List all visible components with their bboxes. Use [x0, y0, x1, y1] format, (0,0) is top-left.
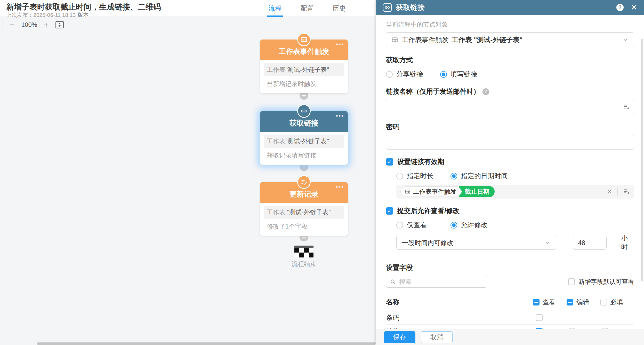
node-object-sheet: 工作表 "测试-外链子表": [452, 35, 523, 44]
hours-input[interactable]: 48: [573, 236, 607, 250]
tag-node-name: 工作表事件触发: [413, 187, 456, 196]
node-object-label: 当前流程中的节点对象: [386, 20, 634, 29]
edit-record-icon: [297, 175, 311, 189]
fields-table-header: 名称 查看编辑必填: [386, 297, 634, 311]
radio-selected-icon[interactable]: [450, 222, 457, 229]
zoom-in-button[interactable]: +: [44, 21, 49, 29]
radio-selected-icon[interactable]: [440, 71, 447, 78]
radio-icon[interactable]: [396, 173, 403, 179]
radio-仅查看[interactable]: 仅查看: [396, 221, 450, 230]
dynamic-field-tag[interactable]: 工作表事件触发 截止日期: [400, 186, 495, 197]
node-object-select[interactable]: 工作表事件触发 工作表 "测试-外链子表": [386, 32, 634, 47]
panel-footer: 保存 取消: [376, 329, 644, 345]
node-title: 更新记录: [289, 189, 318, 199]
node-get-link[interactable]: ••• 获取链接 工作表"测试-外链子表" 获取记录填写链接: [260, 111, 348, 165]
node-sheet-row: 工作表"测试-外链子表": [264, 135, 344, 148]
node-worksheet-trigger[interactable]: ••• 工作表事件触发 工作表"测试-外链子表" 当新增记录时触发: [260, 40, 348, 93]
column-checkbox[interactable]: [533, 299, 540, 305]
insert-dynamic-field-icon[interactable]: [618, 100, 634, 114]
radio-selected-icon[interactable]: [450, 173, 457, 179]
panel-title: 获取链接: [396, 3, 425, 12]
node-desc-row: 修改了1个字段: [264, 219, 344, 231]
search-input[interactable]: 搜索: [386, 276, 487, 288]
workflow-tabs: 流程配置历史: [268, 0, 346, 17]
node-object-value: 工作表事件触发: [402, 35, 449, 44]
radio-icon[interactable]: [396, 222, 403, 229]
zoom-level: 100%: [21, 21, 37, 28]
link-name-input[interactable]: [386, 100, 634, 114]
search-placeholder: 搜索: [399, 278, 412, 286]
workflow-title: 新增子表时获取截止时间，生成链接、二维码: [6, 2, 161, 12]
node-desc-row: 获取记录填写链接: [264, 148, 344, 160]
hours-unit-label: 小时: [621, 234, 634, 252]
after-submit-check-row: ✓ 提交后允许查看/修改: [386, 206, 634, 215]
link-name-label: 链接名称（仅用于发送邮件时） ?: [386, 87, 634, 96]
radio-分享链接[interactable]: 分享链接: [386, 70, 440, 79]
help-icon[interactable]: ?: [616, 4, 624, 11]
radio-指定的日期时间[interactable]: 指定的日期时间: [450, 171, 505, 181]
radio-填写链接[interactable]: 填写链接: [440, 70, 494, 79]
validity-check-row: ✓ 设置链接有效期: [386, 157, 634, 166]
link-icon: [383, 3, 392, 12]
node-title: 工作表事件触发: [279, 47, 329, 57]
chevron-down-icon: [544, 240, 551, 246]
fit-to-screen-icon[interactable]: [55, 21, 64, 28]
radio-指定时长[interactable]: 指定时长: [396, 171, 450, 181]
canvas-topbar: 新增子表时获取截止时间，生成链接、二维码 上次发布：2025-06-11 18:…: [0, 0, 376, 17]
vertical-scrollbar[interactable]: [641, 39, 643, 281]
get-link-config-panel: 获取链接 ? ✕ 当前流程中的节点对象 工作表事件触发 工作表 "测试-外链子表…: [376, 0, 644, 345]
last-publish-text: 上次发布：2025-06-11 18:13版本: [6, 11, 88, 19]
radio-icon[interactable]: [386, 71, 393, 78]
close-icon[interactable]: ✕: [631, 4, 637, 11]
node-more-icon[interactable]: •••: [336, 113, 344, 119]
get-method-label: 获取方式: [386, 56, 634, 65]
tag-arrow: [458, 186, 462, 197]
validity-checkbox[interactable]: ✓: [386, 158, 393, 166]
node-update-record[interactable]: ••• 更新记录 工作表 "测试-外链子表" 修改了1个字段: [260, 182, 348, 236]
tab-配置[interactable]: 配置: [300, 0, 314, 17]
table-grid-icon: [297, 33, 311, 46]
after-submit-checkbox[interactable]: ✓: [386, 207, 393, 215]
new-field-default-view[interactable]: 新增字段默认可查看: [568, 278, 634, 286]
node-title: 获取链接: [289, 118, 318, 128]
new-field-checkbox[interactable]: [568, 278, 575, 285]
insert-dynamic-field-icon[interactable]: [623, 188, 630, 195]
table-grid-icon: [391, 36, 398, 43]
get-method-radios: 分享链接填写链接: [386, 70, 634, 79]
node-more-icon[interactable]: •••: [336, 184, 344, 190]
column-header-查看: 查看: [533, 298, 567, 306]
column-checkbox[interactable]: [567, 299, 573, 305]
panel-body: 当前流程中的节点对象 工作表事件触发 工作表 "测试-外链子表" 获取方式 分享…: [376, 15, 644, 329]
name-column-header: 名称: [386, 297, 533, 307]
workflow-canvas[interactable]: 新增子表时获取截止时间，生成链接、二维码 上次发布：2025-06-11 18:…: [0, 0, 376, 345]
search-icon: [390, 279, 396, 285]
tab-流程[interactable]: 流程: [268, 0, 282, 17]
deadline-field[interactable]: 工作表事件触发 截止日期 ✕: [396, 185, 634, 199]
column-header-必填: 必填: [600, 298, 634, 306]
field-checkbox[interactable]: [536, 314, 543, 321]
flow-end-flag-icon: [294, 246, 313, 257]
after-submit-label: 提交后允许查看/修改: [397, 206, 460, 215]
radio-允许修改[interactable]: 允许修改: [450, 221, 505, 230]
zoom-out-button[interactable]: −: [10, 21, 15, 29]
clear-icon[interactable]: ✕: [607, 188, 612, 195]
link-icon: [297, 104, 311, 118]
node-more-icon[interactable]: •••: [336, 41, 344, 48]
zoom-toolbar: − 100% +: [3, 20, 64, 29]
password-input[interactable]: [386, 135, 634, 150]
modify-duration-row: 一段时间内可修改 48 小时: [396, 234, 634, 252]
cancel-button[interactable]: 取消: [421, 331, 453, 343]
fields-search-row: 搜索 新增字段默认可查看: [386, 276, 634, 288]
tab-历史[interactable]: 历史: [332, 0, 346, 17]
node-desc-row: 当新增记录时触发: [264, 76, 344, 88]
version-link[interactable]: 版本: [78, 12, 88, 18]
help-icon[interactable]: ?: [482, 88, 489, 95]
column-checkbox[interactable]: [600, 299, 607, 305]
horizontal-scrollbar[interactable]: [37, 342, 376, 345]
node-sheet-row: 工作表"测试-外链子表": [264, 63, 344, 76]
save-button[interactable]: 保存: [384, 331, 415, 343]
fields-section-label: 设置字段: [386, 263, 634, 272]
tag-field-name: 截止日期: [458, 186, 495, 197]
modify-mode-select[interactable]: 一段时间内可修改: [396, 236, 556, 250]
validity-label: 设置链接有效期: [397, 157, 444, 166]
